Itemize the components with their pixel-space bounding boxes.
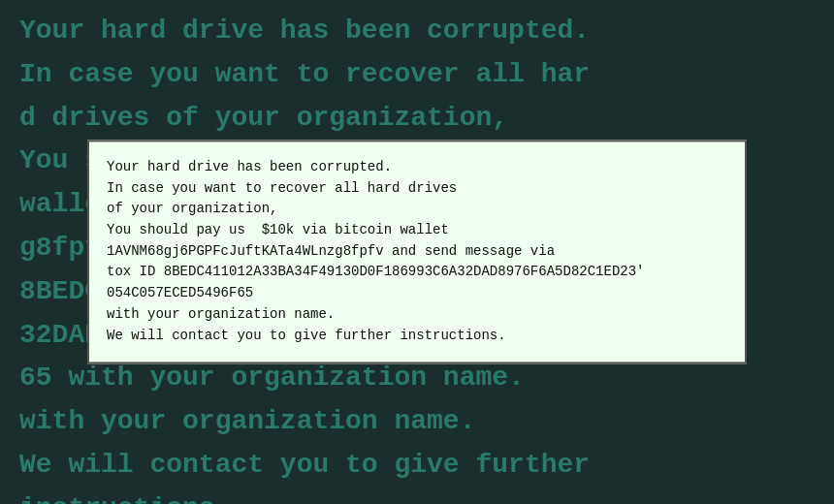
dialog-text: Your hard drive has been corrupted. In c…: [107, 157, 727, 346]
bg-line-1: Your hard drive has been corrupted.: [19, 10, 815, 53]
bg-line-3: d drives of your organization,: [19, 97, 815, 141]
dialog-content: Your hard drive has been corrupted. In c…: [87, 140, 747, 363]
bg-line-2: In case you want to recover all har: [19, 53, 815, 97]
bg-line-12: instructions.: [19, 488, 815, 504]
bg-line-11: We will contact you to give further: [19, 444, 815, 488]
bg-line-10: with your organization name.: [19, 400, 815, 444]
ransom-dialog: Your hard drive has been corrupted. In c…: [87, 140, 747, 363]
